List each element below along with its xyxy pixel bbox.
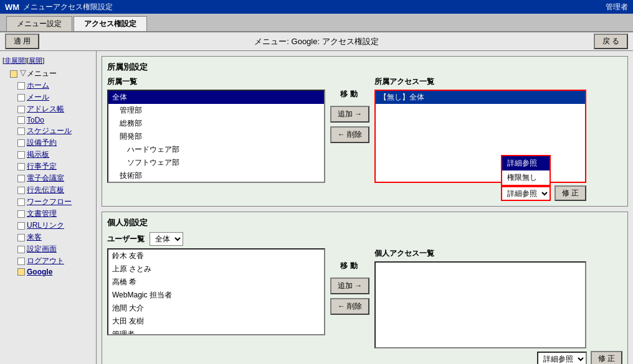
list-item[interactable]: 大田 友樹 <box>108 315 324 328</box>
list-item[interactable]: 鈴木 友香 <box>108 250 324 263</box>
sidebar: [非展開][展開] ▽メニュー ホーム メール アドレス帳 <box>0 51 97 364</box>
individual-add-button[interactable]: 追加 → <box>330 278 369 294</box>
list-item[interactable]: 管理部 <box>108 104 324 117</box>
sidebar-link-google[interactable]: Google <box>27 268 52 276</box>
affiliation-access-dropdown[interactable]: 詳細参照 権限無し <box>501 186 551 201</box>
affiliation-list-label: 所属一覧 <box>107 77 325 87</box>
non-expand-link[interactable]: 非展開 <box>4 57 25 64</box>
sidebar-link-address[interactable]: アドレス帳 <box>27 104 64 114</box>
sidebar-item-board[interactable]: 掲示板 <box>12 149 93 161</box>
back-button[interactable]: 戻 る <box>594 34 628 49</box>
sidebar-item-workflow[interactable]: ワークフロー <box>12 196 93 208</box>
tab-menu-settings[interactable]: メニュー設定 <box>6 16 72 31</box>
sidebar-link-documents[interactable]: 文書管理 <box>27 208 57 219</box>
affiliation-access-list-box[interactable]: 【無し】全体 <box>374 90 586 183</box>
list-item[interactable]: 総務部 <box>108 117 324 130</box>
sidebar-link-workflow[interactable]: ワークフロー <box>27 197 72 207</box>
sidebar-menu-label: ▽メニュー <box>19 68 57 79</box>
sidebar-link-schedule[interactable]: スケジュール <box>27 126 72 136</box>
sidebar-item-message-board[interactable]: 行先伝言板 <box>12 184 93 196</box>
sidebar-link-board[interactable]: 掲示板 <box>27 149 49 160</box>
group-select[interactable]: 全体 <box>150 232 183 246</box>
sidebar-link-home[interactable]: ホーム <box>27 80 49 91</box>
list-item[interactable]: ハードウェア部 <box>108 143 324 156</box>
sidebar-link-todo[interactable]: ToDo <box>27 116 44 124</box>
individual-list-box[interactable]: 鈴木 友香 上原 さとみ 高橋 希 WebMagic 担当者 池間 大介 大田 … <box>107 248 325 335</box>
sidebar-item-settings-screen[interactable]: 設定画面 <box>12 243 93 255</box>
page-icon <box>17 163 25 170</box>
individual-delete-button[interactable]: ← 削除 <box>330 298 369 315</box>
sidebar-link-settings-screen[interactable]: 設定画面 <box>27 244 57 254</box>
access-dropdown-container: 詳細参照 権限無し 詳細参照 権限無し <box>501 186 551 201</box>
expand-link[interactable]: 展開 <box>29 57 42 64</box>
title-bar: WM メニューアクセス権限設定 管理者 <box>0 0 633 14</box>
list-item[interactable]: 池間 大介 <box>108 302 324 315</box>
sidebar-link-equipment[interactable]: 設備予約 <box>27 138 57 148</box>
sidebar-item-home[interactable]: ホーム <box>12 80 93 91</box>
list-item[interactable]: 高橋 希 <box>108 276 324 289</box>
list-item[interactable]: 技術部 <box>108 169 324 182</box>
main-container: [非展開][展開] ▽メニュー ホーム メール アドレス帳 <box>0 51 633 364</box>
list-item[interactable]: ソフトウェア部 <box>108 156 324 169</box>
sidebar-item-equipment[interactable]: 設備予約 <box>12 137 93 149</box>
individual-move-buttons: 移 動 追加 → ← 削除 <box>330 248 369 315</box>
list-item[interactable]: 【無し】全体 <box>376 91 585 104</box>
affiliation-edit-button[interactable]: 修 正 <box>554 185 586 201</box>
affiliation-delete-button[interactable]: ← 削除 <box>330 126 369 143</box>
individual-user-row: ユーザー覧 全体 <box>107 232 622 246</box>
individual-edit-button[interactable]: 修 正 <box>591 351 622 364</box>
admin-label: 管理者 <box>606 2 628 12</box>
sidebar-link-events[interactable]: 行事予定 <box>27 161 57 172</box>
list-item[interactable]: 全体 <box>108 91 324 104</box>
page-icon <box>17 116 25 124</box>
toolbar: 適 用 メニュー: Google: アクセス権設定 戻 る <box>0 32 633 51</box>
apply-button[interactable]: 適 用 <box>5 34 39 49</box>
affiliation-list-box[interactable]: 全体 管理部 総務部 開発部 ハードウェア部 ソフトウェア部 技術部 営業部 <box>107 90 325 183</box>
affiliation-bottom-row: 詳細参照 権限無し 詳細参照 権限無し 修 正 <box>374 185 586 201</box>
affiliation-move-buttons: 移 動 追加 → ← 削除 <box>330 77 369 143</box>
sidebar-link-mail[interactable]: メール <box>27 92 49 103</box>
affiliation-add-button[interactable]: 追加 → <box>330 106 369 123</box>
affiliation-access-label: 所属アクセス一覧 <box>374 77 586 87</box>
sidebar-item-documents[interactable]: 文書管理 <box>12 208 93 220</box>
sidebar-item-conference[interactable]: 電子会議室 <box>12 172 93 184</box>
sidebar-link-url-link[interactable]: URLリンク <box>27 220 64 231</box>
page-icon <box>17 128 25 135</box>
page-icon <box>17 187 25 194</box>
sidebar-item-logout[interactable]: ログアウト <box>12 255 93 267</box>
individual-access-label: 個人アクセス一覧 <box>374 248 586 259</box>
affiliation-move-label: 移 動 <box>330 89 368 100</box>
sidebar-item-mail[interactable]: メール <box>12 91 93 103</box>
sidebar-link-conference[interactable]: 電子会議室 <box>27 173 64 184</box>
sidebar-item-address[interactable]: アドレス帳 <box>12 103 93 115</box>
page-icon <box>17 139 25 147</box>
list-item[interactable]: 上原 さとみ <box>108 263 324 276</box>
sidebar-item-url-link[interactable]: URLリンク <box>12 220 93 231</box>
menu-title: メニュー: Google: アクセス権設定 <box>39 36 593 47</box>
page-icon <box>17 210 25 218</box>
folder-icon <box>10 70 17 78</box>
sidebar-link-logout[interactable]: ログアウト <box>27 256 64 266</box>
individual-access-list-box[interactable] <box>374 261 586 348</box>
dropdown-popup-item[interactable]: 詳細参照 <box>502 156 550 170</box>
sidebar-link-visitor[interactable]: 来客 <box>27 232 42 243</box>
list-item[interactable]: 開発部 <box>108 130 324 143</box>
sidebar-item-events[interactable]: 行事予定 <box>12 161 93 172</box>
sidebar-menu-group: ▽メニュー ホーム メール アドレス帳 ToDo <box>5 68 93 277</box>
app-title: メニューアクセス権限設定 <box>23 2 606 12</box>
list-item[interactable]: 営業部 <box>108 182 324 183</box>
list-item[interactable]: WebMagic 担当者 <box>108 289 324 302</box>
sidebar-link-message-board[interactable]: 行先伝言板 <box>27 185 64 195</box>
individual-move-label: 移 動 <box>330 261 368 271</box>
individual-access-dropdown[interactable]: 詳細参照 権限無し <box>537 352 587 365</box>
affiliation-list-col: 所属一覧 全体 管理部 総務部 開発部 ハードウェア部 ソフトウェア部 技術部 … <box>107 77 325 183</box>
sidebar-item-schedule[interactable]: スケジュール <box>12 125 93 137</box>
individual-list-col: 鈴木 友香 上原 さとみ 高橋 希 WebMagic 担当者 池間 大介 大田 … <box>107 248 325 335</box>
dropdown-popup-item[interactable]: 権限無し <box>502 170 550 185</box>
sidebar-item-google[interactable]: Google <box>12 267 93 277</box>
tab-access-settings[interactable]: アクセス権設定 <box>74 16 147 31</box>
page-icon <box>17 234 25 241</box>
sidebar-item-visitor[interactable]: 来客 <box>12 231 93 243</box>
list-item[interactable]: 管理者 <box>108 328 324 335</box>
sidebar-item-todo[interactable]: ToDo <box>12 115 93 125</box>
